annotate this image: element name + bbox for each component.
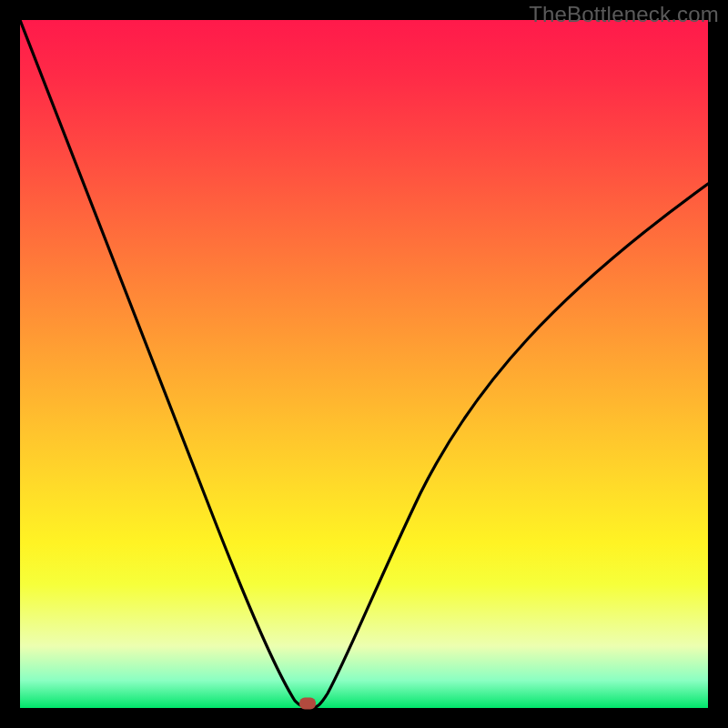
curve-path [20, 20, 708, 708]
bottleneck-curve [20, 20, 708, 708]
optimal-point-marker [299, 698, 316, 710]
watermark-text: TheBottleneck.com [529, 2, 719, 27]
chart-plot-area [20, 20, 708, 708]
